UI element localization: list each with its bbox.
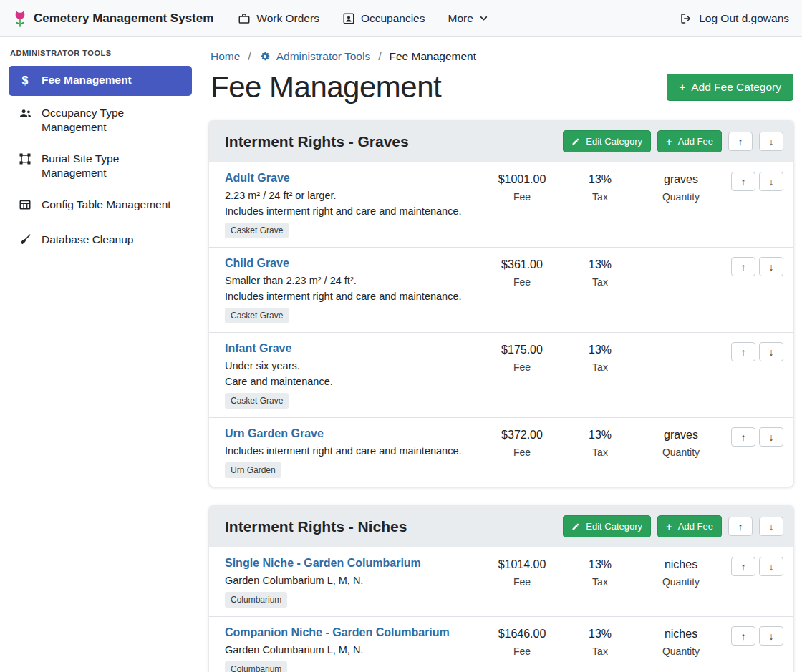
arrow-down-icon: ↓ bbox=[769, 630, 774, 642]
fee-name-link[interactable]: Companion Niche - Garden Columbarium bbox=[225, 626, 450, 639]
arrow-down-icon: ↓ bbox=[769, 136, 774, 147]
fee-descriptions: Includes interment right and care and ma… bbox=[225, 445, 474, 457]
breadcrumb-current: Fee Management bbox=[390, 50, 477, 63]
breadcrumb-home[interactable]: Home bbox=[211, 50, 240, 63]
nav-occupancies[interactable]: Occupancies bbox=[342, 12, 425, 25]
fee-amount-label: Fee bbox=[480, 646, 564, 657]
nav-more[interactable]: More bbox=[448, 12, 488, 25]
move-fee-up-button[interactable]: ↑ bbox=[731, 557, 755, 576]
fee-arrows: ↑ ↓ bbox=[726, 626, 783, 646]
move-fee-down-button[interactable]: ↓ bbox=[759, 557, 783, 576]
add-fee-button[interactable]: + Add Fee bbox=[657, 515, 722, 537]
fee-amount: $1001.00 bbox=[480, 173, 564, 186]
sidebar-item-database-cleanup[interactable]: Database Cleanup bbox=[9, 225, 192, 257]
sidebar-item-occupancy-type-management[interactable]: Occupancy Type Management bbox=[9, 99, 192, 142]
fee-tax: 13% bbox=[564, 628, 636, 641]
move-fee-down-button[interactable]: ↓ bbox=[759, 342, 783, 361]
fee-tax-col: 13% Tax bbox=[564, 626, 636, 657]
move-category-down-button[interactable]: ↓ bbox=[759, 517, 783, 536]
fee-list: Single Niche - Garden Columbarium Garden… bbox=[209, 547, 793, 672]
fee-tax-col: 13% Tax bbox=[564, 257, 636, 288]
move-category-down-button[interactable]: ↓ bbox=[759, 132, 783, 151]
move-fee-up-button[interactable]: ↑ bbox=[731, 626, 755, 646]
fee-name-link[interactable]: Infant Grave bbox=[225, 342, 291, 355]
fee-tax: 13% bbox=[564, 558, 636, 571]
fee-descriptions: Garden Columbarium L, M, N. bbox=[225, 644, 474, 656]
fee-name-link[interactable]: Single Niche - Garden Columbarium bbox=[225, 557, 421, 570]
plus-icon: + bbox=[679, 83, 685, 92]
fee-description: Includes interment right and care and ma… bbox=[225, 445, 474, 457]
fee-type-badge: Casket Grave bbox=[225, 223, 289, 238]
fee-main: Companion Niche - Garden Columbarium Gar… bbox=[225, 626, 480, 672]
fee-amount: $372.00 bbox=[480, 429, 564, 442]
fee-quantity-unit: niches bbox=[636, 628, 726, 641]
category-header: Interment Rights - Graves Edit Category … bbox=[209, 120, 793, 162]
arrow-up-icon: ↑ bbox=[741, 261, 746, 273]
edit-category-button[interactable]: Edit Category bbox=[563, 130, 651, 152]
move-fee-down-button[interactable]: ↓ bbox=[759, 257, 783, 276]
edit-category-label: Edit Category bbox=[586, 522, 642, 531]
move-category-up-button[interactable]: ↑ bbox=[728, 517, 753, 536]
add-fee-category-button[interactable]: + Add Fee Category bbox=[667, 74, 793, 101]
fee-amount-col: $361.00 Fee bbox=[480, 257, 564, 288]
fee-row: Urn Garden Grave Includes interment righ… bbox=[209, 418, 793, 487]
work-orders-icon bbox=[238, 12, 251, 25]
fee-type-badge: Columbarium bbox=[225, 661, 287, 672]
move-fee-up-button[interactable]: ↑ bbox=[731, 257, 755, 276]
page-header: Fee Management + Add Fee Category bbox=[211, 70, 793, 104]
move-fee-up-button[interactable]: ↑ bbox=[731, 342, 755, 361]
fee-main: Adult Grave 2.23 m² / 24 ft² or larger.I… bbox=[225, 172, 480, 238]
top-navbar: Cemetery Management System Work Orders O… bbox=[0, 0, 802, 37]
fee-amount-col: $175.00 Fee bbox=[480, 342, 564, 373]
edit-category-button[interactable]: Edit Category bbox=[563, 515, 651, 537]
fee-list: Adult Grave 2.23 m² / 24 ft² or larger.I… bbox=[209, 162, 793, 487]
logout-label: Log Out d.gowans bbox=[699, 12, 789, 25]
fee-descriptions: Garden Columbarium L, M, N. bbox=[225, 575, 474, 586]
app-brand[interactable]: Cemetery Management System bbox=[13, 9, 213, 28]
sidebar-item-fee-management[interactable]: $ Fee Management bbox=[9, 66, 192, 96]
move-fee-up-button[interactable]: ↑ bbox=[731, 427, 755, 447]
fee-arrows: ↑ ↓ bbox=[726, 342, 783, 361]
fee-name-link[interactable]: Child Grave bbox=[225, 257, 289, 270]
fee-row: Companion Niche - Garden Columbarium Gar… bbox=[209, 617, 793, 672]
plus-icon: + bbox=[666, 137, 672, 146]
arrow-down-icon: ↓ bbox=[769, 521, 774, 532]
arrow-down-icon: ↓ bbox=[769, 346, 774, 358]
fee-amount-label: Fee bbox=[480, 361, 564, 373]
move-fee-down-button[interactable]: ↓ bbox=[759, 172, 783, 191]
fee-name-link[interactable]: Urn Garden Grave bbox=[225, 427, 324, 440]
tulip-logo-icon bbox=[13, 9, 27, 28]
arrow-up-icon: ↑ bbox=[741, 561, 746, 573]
move-fee-down-button[interactable]: ↓ bbox=[759, 626, 783, 646]
sidebar-item-burial-site-type-management[interactable]: Burial Site Type Management bbox=[9, 145, 192, 188]
nav-work-orders[interactable]: Work Orders bbox=[238, 12, 319, 25]
fee-name-link[interactable]: Adult Grave bbox=[225, 172, 290, 185]
fee-amount-col: $1014.00 Fee bbox=[480, 557, 564, 588]
fee-amount: $1646.00 bbox=[480, 628, 564, 641]
fee-row: Single Niche - Garden Columbarium Garden… bbox=[209, 547, 793, 617]
move-fee-up-button[interactable]: ↑ bbox=[731, 172, 755, 191]
fee-description: Garden Columbarium L, M, N. bbox=[225, 644, 474, 656]
logout-link[interactable]: Log Out d.gowans bbox=[680, 12, 789, 25]
move-category-up-button[interactable]: ↑ bbox=[728, 132, 753, 151]
table-icon bbox=[18, 198, 32, 215]
fee-quantity-label: Quantity bbox=[636, 191, 726, 203]
fee-arrows: ↑ ↓ bbox=[726, 172, 783, 191]
fee-description: Garden Columbarium L, M, N. bbox=[225, 575, 474, 586]
arrow-up-icon: ↑ bbox=[741, 346, 746, 358]
broom-icon bbox=[18, 233, 32, 250]
fee-quantity-label: Quantity bbox=[636, 447, 726, 458]
fee-quantity-label: Quantity bbox=[636, 576, 726, 588]
fee-description: Smaller than 2.23 m² / 24 ft². bbox=[225, 275, 474, 286]
fee-tax-label: Tax bbox=[564, 276, 636, 288]
breadcrumb: Home / Administrator Tools / Fee Managem… bbox=[211, 50, 793, 63]
move-fee-down-button[interactable]: ↓ bbox=[759, 427, 783, 447]
sidebar-item-config-table-management[interactable]: Config Table Management bbox=[9, 190, 192, 222]
fee-tax: 13% bbox=[564, 344, 636, 356]
breadcrumb-administrator-tools[interactable]: Administrator Tools bbox=[259, 50, 371, 63]
fee-description: Care and maintenance. bbox=[225, 376, 474, 387]
add-fee-button[interactable]: + Add Fee bbox=[657, 130, 722, 152]
sidebar-item-label: Config Table Management bbox=[42, 198, 171, 212]
fee-quantity-unit: graves bbox=[636, 429, 726, 442]
fee-tax-col: 13% Tax bbox=[564, 342, 636, 373]
